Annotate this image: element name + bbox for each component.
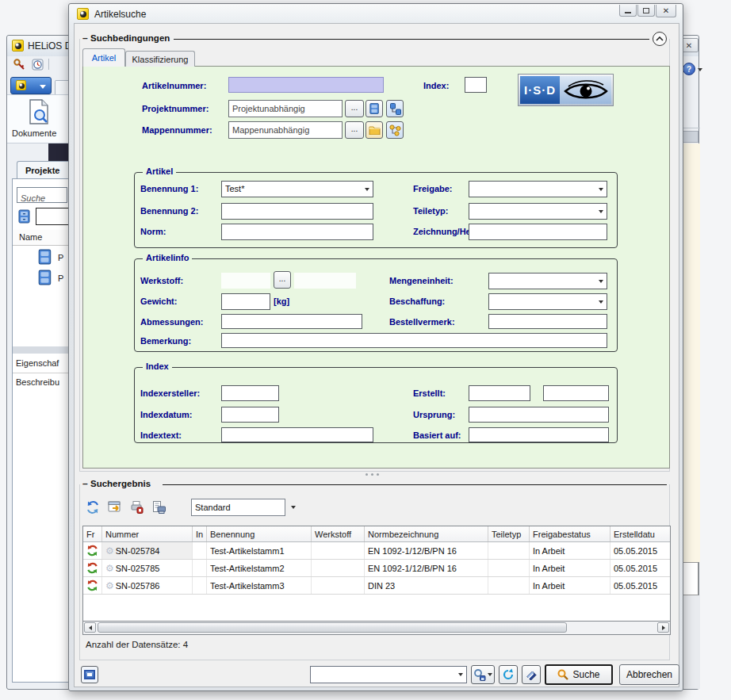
- column-header-in[interactable]: In: [193, 526, 207, 541]
- scrollbar-thumb[interactable]: [98, 622, 567, 633]
- column-header-erstelldatum[interactable]: Erstelldatu: [610, 526, 670, 541]
- mappen-structure-button[interactable]: [386, 121, 404, 139]
- bemerkung-input[interactable]: [221, 333, 607, 348]
- panel-splitter[interactable]: [13, 346, 70, 354]
- help-button[interactable]: ?: [683, 63, 695, 75]
- mappen-browse-button[interactable]: ...: [345, 121, 364, 139]
- column-header-werkstoff[interactable]: Werkstoff: [312, 526, 365, 541]
- horizontal-scrollbar[interactable]: [82, 622, 671, 635]
- abbrechen-button[interactable]: Abbrechen: [619, 664, 679, 685]
- abmessungen-input[interactable]: [221, 314, 362, 329]
- ursprung-input[interactable]: [469, 407, 609, 423]
- column-header-normbezeichnung[interactable]: Normbezeichnung: [365, 526, 488, 541]
- result-layout-value: Standard: [195, 503, 231, 512]
- column-header-teiletyp[interactable]: Teiletyp: [488, 526, 530, 541]
- saved-search-combo[interactable]: [310, 666, 467, 683]
- projekte-panel: Suche Name P: [12, 178, 71, 683]
- suche-button[interactable]: Suche: [545, 664, 613, 685]
- save-search-button[interactable]: [471, 665, 495, 684]
- history-clock-icon[interactable]: [31, 58, 44, 75]
- mappen-folder-button[interactable]: [366, 121, 383, 139]
- projekt-cabinet-button[interactable]: [366, 100, 383, 117]
- projekt-structure-button[interactable]: [386, 100, 404, 117]
- maximize-button[interactable]: [637, 5, 655, 17]
- result-layout-combo[interactable]: Standard: [191, 499, 285, 516]
- magnifier-save-icon: [473, 668, 486, 681]
- project-tree-item[interactable]: P: [36, 270, 70, 287]
- table-row[interactable]: ⚙ SN-025784 Test-Artikelstamm1 EN 1092-1…: [83, 542, 670, 560]
- column-header-fr[interactable]: Fr: [83, 526, 102, 541]
- erstellt-input-1[interactable]: [469, 385, 530, 401]
- chevron-down-icon: [599, 300, 603, 304]
- collapse-button[interactable]: [653, 32, 667, 46]
- indextext-input[interactable]: [221, 427, 373, 442]
- column-header-benennung[interactable]: Benennung: [207, 526, 312, 541]
- teiletyp-combo[interactable]: [469, 203, 607, 220]
- chevron-down-icon: [599, 210, 603, 213]
- tab-klassifizierung[interactable]: Klassifizierung: [125, 51, 195, 67]
- projekt-browse-button[interactable]: ...: [345, 100, 364, 117]
- column-header-nummer[interactable]: Nummer: [102, 526, 193, 541]
- reset-refresh-button[interactable]: [499, 665, 518, 684]
- projekt-suche-input[interactable]: Suche: [17, 187, 67, 203]
- print-settings-icon[interactable]: [130, 500, 144, 518]
- export-table-icon[interactable]: [108, 500, 122, 518]
- erstellt-input-2[interactable]: [543, 385, 609, 401]
- norm-input[interactable]: [221, 224, 373, 240]
- ellipsis-icon: ...: [351, 103, 358, 112]
- helios-app-menu-button[interactable]: [10, 77, 52, 94]
- dokumente-button[interactable]: Dokumente: [10, 97, 71, 143]
- gewicht-input[interactable]: [221, 293, 270, 310]
- artikelnummer-input[interactable]: [228, 77, 384, 93]
- close-icon: ✕: [686, 41, 692, 50]
- help-chevron-icon[interactable]: [698, 68, 702, 71]
- refresh-results-icon[interactable]: [86, 500, 100, 518]
- clear-form-button[interactable]: [522, 665, 541, 684]
- beschreibung-label[interactable]: Beschreibu: [16, 377, 59, 387]
- indexdatum-input[interactable]: [221, 407, 279, 423]
- benennung2-input[interactable]: [221, 203, 373, 220]
- suchergebnis-header: Suchergebnis: [90, 479, 151, 488]
- minimize-button[interactable]: [619, 5, 637, 17]
- name-column-header[interactable]: Name: [13, 230, 70, 246]
- werkstoff-browse-button[interactable]: ...: [274, 271, 291, 289]
- projekte-tab[interactable]: Projekte: [17, 161, 71, 178]
- eraser-icon: [525, 668, 538, 681]
- cabinet-icon: [38, 270, 52, 289]
- beschaffung-combo[interactable]: [488, 293, 607, 310]
- bestellvermerk-input[interactable]: [488, 314, 607, 329]
- project-tree-item[interactable]: P: [36, 249, 70, 266]
- index-input[interactable]: [465, 77, 487, 93]
- scroll-right-button[interactable]: [657, 622, 669, 633]
- projektnummer-input[interactable]: Projektunabhängig: [228, 100, 343, 117]
- werkstoff-field-1: [221, 273, 270, 289]
- freigabe-combo[interactable]: [469, 181, 607, 197]
- indexersteller-input[interactable]: [221, 385, 279, 401]
- projekt-filter-input[interactable]: [36, 208, 69, 225]
- splitter-handle[interactable]: [366, 473, 368, 476]
- benennung1-label: Benennung 1:: [140, 184, 198, 193]
- login-key-icon[interactable]: [13, 58, 26, 75]
- zeichnung-input[interactable]: [469, 224, 607, 240]
- benennung1-combo[interactable]: Test*: [221, 181, 373, 197]
- suche-button-label: Suche: [572, 669, 599, 680]
- table-row[interactable]: ⚙ SN-025786 Test-Artikelstamm3 DIN 23 In…: [83, 577, 670, 595]
- basiert-auf-input[interactable]: [469, 427, 609, 442]
- close-button[interactable]: ✕: [656, 5, 676, 17]
- tab-artikel[interactable]: Artikel: [82, 48, 125, 67]
- tab-artikel-label: Artikel: [92, 53, 117, 63]
- chevron-down-icon: [599, 280, 603, 283]
- table-row[interactable]: ⚙ SN-025785 Test-Artikelstamm2 EN 1092-1…: [83, 560, 670, 577]
- column-header-freigabestatus[interactable]: Freigabestatus: [530, 526, 610, 541]
- benennung2-label: Benennung 2:: [140, 206, 198, 216]
- chevron-down-icon: [291, 506, 296, 509]
- eigenschaften-label[interactable]: Eigenschaf: [16, 358, 59, 368]
- mengeneinheit-combo[interactable]: [488, 273, 607, 289]
- print-report-icon[interactable]: [152, 500, 166, 518]
- toggle-search-panel-button[interactable]: [81, 666, 98, 683]
- mappennummer-input[interactable]: Mappenunabhängig: [228, 121, 343, 139]
- triangle-left-icon: [89, 625, 92, 630]
- scroll-left-button[interactable]: [84, 622, 96, 633]
- maximize-icon: [643, 8, 649, 13]
- cell-normbezeichnung: EN 1092-1/12/B/PN 16: [368, 564, 457, 573]
